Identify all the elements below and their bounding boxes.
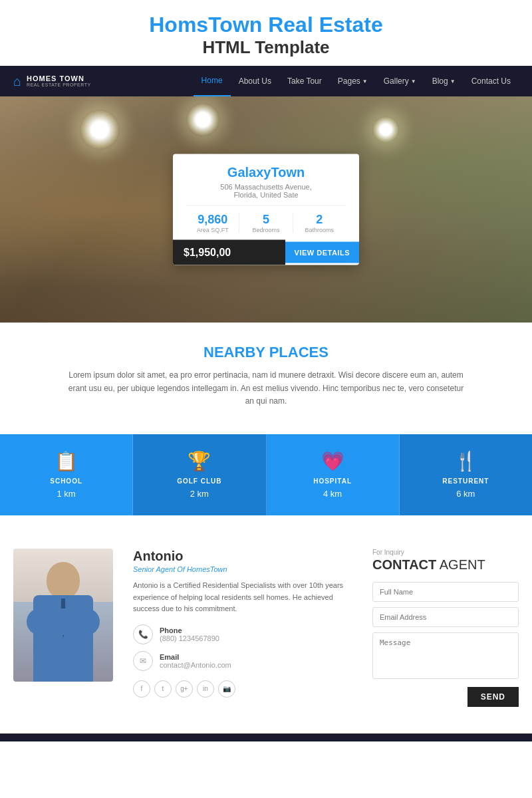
hospital-name: HOSPITAL: [273, 477, 392, 485]
send-button[interactable]: SEND: [467, 687, 519, 707]
contact-inquiry-label: For Inquiry: [372, 549, 519, 556]
school-distance: 1 km: [57, 489, 76, 499]
stat-sqft: 9,860 Area SQ.FT: [186, 213, 239, 233]
restaurant-name: RESTURENT: [406, 477, 525, 485]
golf-distance: 2 km: [190, 489, 209, 499]
stat-sqft-value: 9,860: [198, 213, 227, 226]
nav-item-pages[interactable]: Pages ▼: [330, 66, 376, 96]
email-icon: ✉: [133, 651, 153, 671]
stat-bathrooms-value: 2: [316, 213, 323, 226]
agent-section: Antonio Senior Agent Of HomesTown Antoni…: [0, 529, 532, 727]
brand-text: HOMES TOWN REAL ESTATE PROPERTY: [27, 75, 91, 87]
footer-bar: [0, 733, 532, 741]
nav-link-home[interactable]: Home: [194, 66, 231, 96]
email-value: contact@Antonio.com: [160, 661, 231, 669]
hospital-distance: 4 km: [323, 489, 342, 499]
nearby-title-highlight: NEARBY: [203, 344, 265, 360]
phone-label: Phone: [160, 626, 219, 634]
golf-name: GOLF CLUB: [140, 477, 259, 485]
property-card-footer: $1,950,00 VIEW DETAILS: [173, 240, 359, 265]
phone-icon: 📞: [133, 624, 153, 644]
restaurant-icon: 🍴: [406, 450, 525, 472]
social-twitter[interactable]: t: [154, 680, 172, 698]
view-details-button[interactable]: VIEW DETAILS: [285, 242, 359, 263]
place-restaurant[interactable]: 🍴 RESTURENT 6 km: [400, 434, 532, 515]
nav-link-pages[interactable]: Pages ▼: [330, 66, 376, 96]
fullname-input[interactable]: [372, 582, 519, 602]
agent-photo-placeholder: [13, 549, 113, 682]
property-stats: 9,860 Area SQ.FT 5 Bedrooms 2 Bathrooms: [186, 205, 346, 240]
contact-title-rest: AGENT: [436, 557, 485, 572]
nav-item-home[interactable]: Home: [194, 66, 231, 96]
nav-item-contact[interactable]: Contact Us: [464, 66, 519, 96]
agent-email-item: ✉ Email contact@Antonio.com: [133, 651, 359, 671]
stat-sqft-label: Area SQ.FT: [192, 227, 233, 233]
message-input[interactable]: [372, 632, 519, 679]
social-facebook[interactable]: f: [133, 680, 150, 698]
nav-item-tour[interactable]: Take Tour: [279, 66, 330, 96]
page-header: HomsTown Real Estate HTML Template: [0, 0, 532, 66]
place-golf[interactable]: 🏆 GOLF CLUB 2 km: [133, 434, 266, 515]
stat-bathrooms: 2 Bathrooms: [293, 213, 346, 233]
nearby-title: NEARBY PLACES: [40, 344, 492, 361]
pages-arrow: ▼: [362, 78, 368, 84]
page-title-sub: HTML Template: [0, 37, 532, 58]
stat-bedrooms-value: 5: [263, 213, 269, 226]
email-input[interactable]: [372, 607, 519, 627]
nav-item-gallery[interactable]: Gallery ▼: [376, 66, 424, 96]
agent-name: Antonio: [133, 549, 359, 564]
place-hospital[interactable]: 💗 HOSPITAL 4 km: [267, 434, 400, 515]
property-card: GalaxyTown 506 Massachusetts Avenue, Flo…: [173, 154, 359, 265]
hero-section: GalaxyTown 506 Massachusetts Avenue, Flo…: [0, 96, 532, 323]
ceiling-light-1: [80, 110, 120, 150]
nearby-section: NEARBY PLACES Lorem ipsum dolor sit amet…: [0, 323, 532, 421]
nav-link-blog[interactable]: Blog ▼: [424, 66, 464, 96]
agent-info: Antonio Senior Agent Of HomesTown Antoni…: [133, 549, 359, 698]
restaurant-distance: 6 km: [456, 489, 475, 499]
brand-name: HOMES TOWN: [27, 75, 91, 82]
property-card-body: GalaxyTown 506 Massachusetts Avenue, Flo…: [173, 154, 359, 240]
agent-bio: Antonio is a Certified Residential Speci…: [133, 580, 359, 615]
place-school[interactable]: 📋 SCHOOL 1 km: [0, 434, 133, 515]
agent-photo: [13, 549, 120, 682]
nav-item-about[interactable]: About Us: [231, 66, 279, 96]
golf-icon: 🏆: [140, 450, 259, 472]
stat-bedrooms-label: Bedrooms: [245, 227, 287, 233]
places-grid: 📋 SCHOOL 1 km 🏆 GOLF CLUB 2 km 💗 HOSPITA…: [0, 434, 532, 515]
school-icon: 📋: [7, 450, 126, 472]
contact-form-section: For Inquiry CONTACT AGENT SEND: [372, 549, 519, 707]
school-name: SCHOOL: [7, 477, 126, 485]
hospital-icon: 💗: [273, 450, 392, 472]
property-address: 506 Massachusetts Avenue, Florida, Unite…: [186, 183, 346, 199]
property-price: $1,950,00: [173, 240, 285, 265]
nav-link-tour[interactable]: Take Tour: [279, 66, 330, 96]
contact-title-bold: CONTACT: [372, 557, 436, 572]
nav-link-gallery[interactable]: Gallery ▼: [376, 66, 424, 96]
gallery-arrow: ▼: [411, 78, 416, 84]
social-googleplus[interactable]: g+: [176, 680, 193, 698]
agent-head: [47, 562, 80, 598]
property-name-rest: Town: [271, 165, 305, 180]
email-label: Email: [160, 653, 231, 661]
logo-icon: ⌂: [13, 74, 21, 89]
property-name-highlight: Galaxy: [227, 165, 271, 180]
agent-phone-item: 📞 Phone (880) 1234567890: [133, 624, 359, 644]
navbar-brand[interactable]: ⌂ HOMES TOWN REAL ESTATE PROPERTY: [13, 74, 91, 89]
nearby-title-rest: PLACES: [265, 344, 329, 360]
navbar: ⌂ HOMES TOWN REAL ESTATE PROPERTY Home A…: [0, 66, 532, 96]
social-linkedin[interactable]: in: [197, 680, 214, 698]
social-instagram[interactable]: 📷: [218, 680, 235, 698]
stat-bathrooms-label: Bathrooms: [299, 227, 340, 233]
email-details: Email contact@Antonio.com: [160, 653, 231, 669]
blog-arrow: ▼: [450, 78, 456, 84]
navbar-nav: Home About Us Take Tour Pages ▼ Gallery …: [194, 66, 519, 96]
phone-value: (880) 1234567890: [160, 634, 219, 642]
nav-link-contact[interactable]: Contact Us: [464, 66, 519, 96]
phone-details: Phone (880) 1234567890: [160, 626, 219, 642]
nav-link-about[interactable]: About Us: [231, 66, 279, 96]
brand-sub: REAL ESTATE PROPERTY: [27, 82, 91, 87]
property-name: GalaxyTown: [186, 165, 346, 180]
nav-item-blog[interactable]: Blog ▼: [424, 66, 464, 96]
social-links: f t g+ in 📷: [133, 680, 359, 698]
stat-bedrooms: 5 Bedrooms: [239, 213, 292, 233]
